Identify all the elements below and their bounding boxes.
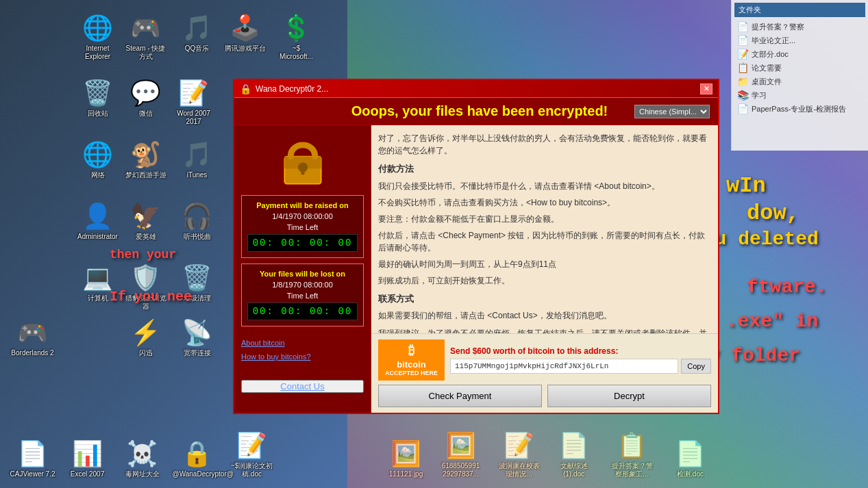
wechat-icon: 💬 <box>131 78 161 108</box>
desktop-icon-school[interactable]: 📝 波涧康在校表现情况... <box>493 428 545 481</box>
desktop-icon-jpg618[interactable]: 🖼️ 6188505991 29297837... <box>435 428 486 481</box>
desktop-icon-audio[interactable]: 🎧 听书悦曲 <box>171 198 223 244</box>
wannacry-popup: 🔒 Wana Decrypt0r 2... ✕ Ooops, your file… <box>233 79 719 414</box>
about-bitcoin-link[interactable]: About bitcoin <box>241 337 364 348</box>
ms-icon: 💲 <box>282 13 312 43</box>
desktop-icon-xiyouji[interactable]: 🐒 梦幻西游手游 <box>120 137 171 182</box>
bitcoin-address-input[interactable] <box>450 359 678 374</box>
right-text-p6: 最好的确认时间为周一到周五，从上午9点到11点 <box>378 258 711 270</box>
desktop-icon-wechat[interactable]: 💬 微信 <box>120 75 171 120</box>
overlay-text-7: If you nee <box>110 287 192 307</box>
desktop-icon-lightning[interactable]: ⚡ 闪迅 <box>120 315 171 360</box>
desktop-icon-internet-explorer[interactable]: 🌐 Internet Explorer <box>72 10 123 64</box>
lock-svg-icon <box>275 132 330 187</box>
file-item-5[interactable]: 📁桌面文件 <box>734 75 865 88</box>
lock-icon-container <box>241 132 364 187</box>
popup-body: Payment will be raised on 1/4/1970 08:00… <box>234 125 718 413</box>
right-panel: 对了，忘了告诉你，对半年以上没钱付款的穷人，会有活动免费恢复，能否轮到你，就要看… <box>371 125 718 413</box>
audio-label: 听书悦曲 <box>184 233 211 241</box>
tencent-icon: 🕹️ <box>230 13 260 43</box>
overlay-text-4: ftware. <box>747 274 828 300</box>
desktop-icon-steam[interactable]: 🎮 Steam - 快捷方式 <box>120 10 171 64</box>
file-manager-title: 文件夹 <box>734 3 865 17</box>
popup-main-title: Ooops, your files have been encrypted! <box>325 103 634 119</box>
buy-bitcoins-link[interactable]: How to buy bitcoins? <box>241 351 364 362</box>
links-section: About bitcoin How to buy bitcoins? Conta… <box>241 337 364 393</box>
popup-titlebar: 🔒 Wana Decrypt0r 2... ✕ <box>234 80 718 98</box>
desktop-icon-broadband[interactable]: 📡 宽带连接 <box>171 315 223 360</box>
desktop-icon-aiyingxiong[interactable]: 🦅 爱英雄 <box>120 198 171 244</box>
school-icon: 📝 <box>504 431 534 461</box>
cajviewer-label: CAJViewer 7.2 <box>10 470 55 478</box>
right-text-p3: 不会购买比特币，请点击查看购买方法，<How to buy bitcoins>。 <box>378 196 711 209</box>
overlay-text-8: then your <box>110 246 176 264</box>
payment-raise-title: Payment will be raised on <box>247 201 358 209</box>
network-icon: 🌐 <box>83 140 113 170</box>
desktop-icon-borderlands[interactable]: 🎮 Borderlands 2 <box>7 315 58 360</box>
desktop-icon-admin[interactable]: 👤 Administrator <box>72 198 123 244</box>
file-manager-sidebar: 文件夹 📄提升答案？警察 📄毕业论文正... 📝文部分.doc 📋论文需要 📁桌… <box>731 0 868 151</box>
audio-icon: 🎧 <box>182 201 212 231</box>
desktop-icon-excel[interactable]: 📊 Excel 2007 <box>62 436 113 481</box>
right-text-content: 对了，忘了告诉你，对半年以上没钱付款的穷人，会有活动免费恢复，能否轮到你，就要看… <box>371 125 718 333</box>
right-text-p2: 我们只会接受比特币。不懂比特币是什么，请点击查看详情 <About bitcoi… <box>378 180 711 192</box>
copy-button[interactable]: Copy <box>681 359 711 374</box>
right-text-p4: 要注意：付款金额不能低于在窗口上显示的金额。 <box>378 213 711 225</box>
jiance-icon: 📄 <box>675 439 706 469</box>
desktop-icon-recycle[interactable]: 🗑️ 回收站 <box>72 75 123 120</box>
tigan-icon: 📋 <box>617 431 647 461</box>
xiyouji-label: 梦幻西游手游 <box>125 171 166 179</box>
word-icon: 📝 <box>179 78 209 108</box>
itunes-label: iTunes <box>187 171 208 179</box>
computer-icon: 💻 <box>83 263 113 293</box>
desktop-icon-tigan[interactable]: 📋 提升答案？警察形象工... <box>606 428 658 481</box>
desktop-icon-jpg111[interactable]: 🖼️ 111121.jpg <box>380 436 432 481</box>
tigan-label: 提升答案？警察形象工... <box>609 462 655 478</box>
popup-close-button[interactable]: ✕ <box>700 84 712 94</box>
desktop-icon-virus[interactable]: ☠️ 毒网址大全 <box>116 436 168 481</box>
files-lost-box: Your files will be lost on 1/8/1970 08:0… <box>241 264 364 326</box>
popup-title-text: Wana Decrypt0r 2... <box>256 84 328 94</box>
desktop-icon-qq-music[interactable]: 🎵 QQ音乐 <box>171 10 223 55</box>
file-item-3[interactable]: 📝文部分.doc <box>734 47 865 61</box>
file-item-6[interactable]: 📚学习 <box>734 88 865 102</box>
files-lost-timer: 00: 00: 00: 00 <box>247 303 358 320</box>
payment-section: ₿ bitcoin ACCEPTED HERE Send $600 worth … <box>371 333 718 413</box>
desktop-icon-wannadecryptor[interactable]: 🔒 @WanaDecryptor@ <box>171 436 223 481</box>
decrypt-button[interactable]: Decrypt <box>547 385 711 407</box>
recycle-label: 回收站 <box>88 110 108 118</box>
admin-label: Administrator <box>77 233 118 241</box>
desktop-icon-itunes[interactable]: 🎵 iTunes <box>171 137 223 182</box>
payment-raise-date: 1/4/1970 08:00:00 <box>247 212 358 220</box>
jpg618-icon: 🖼️ <box>446 431 476 461</box>
virus-label: 毒网址大全 <box>125 470 160 478</box>
right-text-p1: 对了，忘了告诉你，对半年以上没钱付款的穷人，会有活动免费恢复，能否轮到你，就要看… <box>378 132 711 157</box>
language-select[interactable]: Chinese (Simpl... English Spanish French… <box>634 105 710 118</box>
excel-label: Excel 2007 <box>71 470 104 478</box>
file-item-7[interactable]: 📄PaperPass-专业版-检测报告 <box>734 102 865 116</box>
wenxu-label: 文献综述(1).doc <box>551 462 597 478</box>
desktop-icon-word[interactable]: 📝 Word 2007 2017 <box>168 75 219 129</box>
file-item-2[interactable]: 📄毕业论文正... <box>734 34 865 47</box>
tencent-label: 腾讯游戏平台 <box>225 44 266 53</box>
recycle-icon: 🗑️ <box>83 78 113 108</box>
file-item-1[interactable]: 📄提升答案？警察 <box>734 20 865 34</box>
contact-us-link[interactable]: Contact Us <box>241 380 364 393</box>
borderlands-icon: 🎮 <box>18 318 48 348</box>
overlay-text-1: wIn <box>726 171 766 202</box>
desktop-icon-tencent[interactable]: 🕹️ 腾讯游戏平台 <box>219 10 271 55</box>
desktop-icon-msdoc[interactable]: 📝 ~$润康论文初稿.doc <box>226 428 277 481</box>
desktop-icon-ms[interactable]: 💲 ~$Microsoft... <box>271 10 322 64</box>
desktop-icon-network[interactable]: 🌐 网络 <box>72 137 123 182</box>
cajviewer-icon: 📄 <box>18 439 48 469</box>
desktop-icon-jiance[interactable]: 📄 检测.doc <box>665 436 716 481</box>
bitcoin-badge: ₿ bitcoin ACCEPTED HERE <box>378 339 445 381</box>
file-item-4[interactable]: 📋论文需要 <box>734 61 865 75</box>
ms-label: ~$Microsoft... <box>280 44 313 61</box>
desktop-icon-cajviewer[interactable]: 📄 CAJViewer 7.2 <box>7 436 58 481</box>
jpg618-label: 6188505991 29297837... <box>438 462 484 478</box>
desktop-icon-wenxu[interactable]: 📄 文献综述(1).doc <box>548 428 599 481</box>
files-lost-date: 1/8/1970 08:00:00 <box>247 281 358 289</box>
check-payment-button[interactable]: Check Payment <box>378 385 542 407</box>
lightning-label: 闪迅 <box>139 349 153 357</box>
